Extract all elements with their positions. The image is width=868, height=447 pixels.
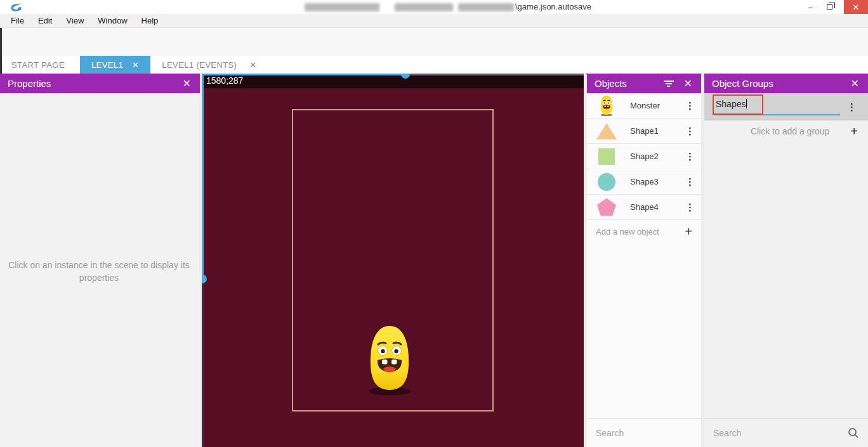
tab-bar: START PAGE LEVEL1 ✕ LEVEL1 (EVENTS) ✕ bbox=[0, 56, 868, 74]
object-row-shape2[interactable]: Shape2 ⋮ bbox=[587, 144, 701, 169]
triangle-thumbnail-icon bbox=[595, 120, 619, 142]
scene-edge-top bbox=[406, 74, 584, 75]
object-label: Shape1 bbox=[619, 126, 685, 136]
add-object-label: Add a new object bbox=[596, 227, 659, 236]
object-groups-panel-header: Object Groups ✕ bbox=[704, 74, 868, 93]
tab-close-icon[interactable]: ✕ bbox=[249, 60, 256, 70]
monster-instance[interactable] bbox=[367, 325, 412, 397]
more-options-icon[interactable]: ⋮ bbox=[685, 101, 695, 110]
properties-panel-header: Properties ✕ bbox=[0, 74, 200, 93]
object-groups-panel: Object Groups ✕ Shapes ⋮ Click to add a … bbox=[704, 74, 868, 447]
add-object-row[interactable]: Add a new object + bbox=[587, 220, 701, 243]
cursor-coordinates: 1580;287 bbox=[202, 74, 584, 88]
groups-search-row bbox=[704, 418, 868, 447]
close-panel-icon[interactable]: ✕ bbox=[683, 77, 694, 89]
selection-handle-left[interactable] bbox=[202, 275, 207, 283]
close-panel-icon[interactable]: ✕ bbox=[850, 77, 860, 89]
selection-edge-top bbox=[202, 74, 406, 75]
selection-edge-left bbox=[202, 74, 204, 278]
monster-thumbnail-icon bbox=[595, 95, 619, 117]
group-name-input[interactable]: Shapes bbox=[711, 93, 841, 120]
menu-window[interactable]: Window bbox=[92, 15, 133, 27]
object-label: Shape4 bbox=[619, 202, 685, 212]
tab-start-page[interactable]: START PAGE bbox=[0, 56, 76, 74]
more-options-icon[interactable]: ⋮ bbox=[685, 126, 695, 136]
plus-icon[interactable]: + bbox=[850, 124, 858, 139]
more-options-icon[interactable]: ⋮ bbox=[685, 202, 695, 212]
redacted-title-segment bbox=[305, 3, 379, 11]
menu-edit[interactable]: Edit bbox=[32, 15, 58, 27]
redacted-title-segment bbox=[458, 3, 514, 11]
object-label: Shape2 bbox=[619, 152, 685, 161]
scene-edge-left bbox=[202, 278, 204, 447]
groups-search-input[interactable] bbox=[713, 428, 848, 438]
add-group-row[interactable]: Click to add a group + bbox=[704, 120, 868, 142]
objects-search-input[interactable] bbox=[596, 428, 711, 438]
close-icon: ✕ bbox=[853, 3, 860, 12]
more-options-icon[interactable]: ⋮ bbox=[685, 152, 695, 161]
objects-panel-title: Objects bbox=[595, 78, 627, 89]
properties-panel-title: Properties bbox=[8, 78, 51, 89]
objects-panel: Objects ✕ Monster bbox=[587, 74, 701, 447]
objects-panel-header: Objects ✕ bbox=[587, 74, 701, 93]
scene-canvas[interactable]: 1580;287 bbox=[202, 74, 584, 447]
window-title: \game.json.autosave bbox=[515, 2, 591, 11]
minimize-button[interactable]: – bbox=[801, 0, 820, 14]
object-label: Monster bbox=[619, 101, 685, 110]
restore-button[interactable] bbox=[820, 0, 839, 14]
circle-thumbnail-icon bbox=[595, 171, 619, 193]
tab-close-icon[interactable]: ✕ bbox=[132, 60, 139, 70]
object-groups-panel-title: Object Groups bbox=[712, 78, 773, 89]
plus-icon[interactable]: + bbox=[685, 224, 692, 239]
menu-file[interactable]: File bbox=[5, 15, 30, 27]
menu-help[interactable]: Help bbox=[136, 15, 164, 27]
menu-bar: File Edit View Window Help bbox=[0, 14, 868, 28]
gdevelop-window: \game.json.autosave – ✕ File Edit View W… bbox=[0, 0, 868, 447]
objects-search-row bbox=[587, 418, 701, 447]
object-row-shape1[interactable]: Shape1 ⋮ bbox=[587, 119, 701, 144]
title-bar: \game.json.autosave – ✕ bbox=[0, 0, 868, 14]
object-row-shape3[interactable]: Shape3 ⋮ bbox=[587, 169, 701, 195]
close-button[interactable]: ✕ bbox=[844, 0, 868, 14]
pentagon-thumbnail-icon bbox=[595, 197, 619, 218]
square-thumbnail-icon bbox=[595, 146, 619, 167]
object-row-shape4[interactable]: Shape4 ⋮ bbox=[587, 195, 701, 220]
menu-view[interactable]: View bbox=[60, 15, 89, 27]
redacted-title-segment bbox=[395, 3, 453, 11]
filter-icon[interactable] bbox=[664, 79, 674, 88]
group-name-edit-row: Shapes ⋮ bbox=[704, 93, 868, 120]
search-icon bbox=[848, 427, 859, 439]
tab-level1[interactable]: LEVEL1 ✕ bbox=[80, 56, 150, 74]
toolbar: 1:1 bbox=[0, 28, 868, 56]
minimize-icon: – bbox=[808, 3, 812, 12]
properties-empty-message: Click on an instance in the scene to dis… bbox=[6, 259, 192, 284]
add-group-label: Click to add a group bbox=[714, 126, 850, 136]
more-options-icon[interactable]: ⋮ bbox=[847, 102, 857, 112]
object-row-monster[interactable]: Monster ⋮ bbox=[587, 93, 701, 119]
more-options-icon[interactable]: ⋮ bbox=[685, 177, 695, 186]
tab-level1-events[interactable]: LEVEL1 (EVENTS) ✕ bbox=[150, 56, 268, 74]
restore-icon bbox=[827, 4, 832, 10]
close-panel-icon[interactable]: ✕ bbox=[181, 77, 192, 89]
gdevelop-logo-icon bbox=[10, 2, 24, 12]
properties-panel: Properties ✕ Click on an instance in the… bbox=[0, 74, 200, 447]
object-label: Shape3 bbox=[619, 177, 685, 186]
annotation-highlight-box bbox=[713, 94, 763, 115]
